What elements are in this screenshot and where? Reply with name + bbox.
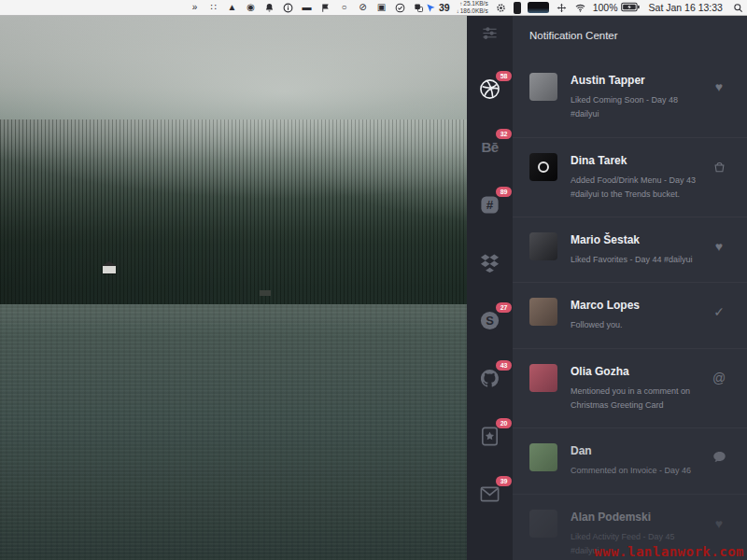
notification-user-name: Olia Gozha [571,365,704,378]
notification-message: Added Food/Drink Menu - Day 43 #dailyui … [571,174,704,203]
bell-icon[interactable] [263,2,275,14]
dots-icon[interactable]: ∷ [207,2,219,14]
heart-icon[interactable]: ♥ [710,239,728,254]
pointer-count-value: 39 [439,2,450,13]
watermark-text: www.lanlanwork.com [594,544,744,559]
sidebar-item-mail[interactable]: 39 [478,483,501,506]
notification-message: Commented on Invoice - Day 46 [571,464,704,478]
notification-user-name: Dina Tarek [571,154,704,167]
lake-shed [260,290,271,296]
notification-badge: 89 [496,187,512,197]
battery-indicator[interactable]: 100% [593,2,640,14]
arrows-icon[interactable]: » [189,2,201,14]
notification-row[interactable]: Dina TarekAdded Food/Drink Menu - Day 43… [513,138,747,218]
upload-arrow-icon: ↑ [459,1,462,7]
notification-body: Mario ŠestakLiked Favorites - Day 44 #da… [571,232,710,267]
sidebar-item-dropbox[interactable] [478,251,501,274]
translate-icon[interactable] [413,2,425,14]
heart-icon[interactable]: ♥ [710,516,728,531]
menu-bar-right: 39 ↑25.1KB/s ↓186.0KB/s 100% [425,0,747,15]
dash-icon[interactable]: ▬ [301,2,313,14]
circle-icon[interactable]: ○ [338,2,350,14]
notification-badge: 43 [496,360,512,371]
notification-body: Dina TarekAdded Food/Drink Menu - Day 43… [571,153,710,203]
dribbble-icon [479,78,500,100]
google-drive-icon[interactable]: ▲ [226,2,238,14]
notification-list: Austin TapperLiked Coming Soon - Day 48 … [513,58,747,560]
notification-message: Followed you. [571,318,704,332]
check-circle-icon[interactable] [394,2,406,14]
flag-icon[interactable] [319,2,331,14]
pointer-count-item[interactable]: 39 [425,2,450,14]
notification-row[interactable]: DanCommented on Invoice - Day 46 [513,428,747,494]
notification-body: Marco LopesFollowed you. [571,298,710,332]
battery-percent-value: 100% [593,2,618,13]
avatar [529,510,557,538]
menu-bar-clock[interactable]: Sat Jan 16 13:33 [649,2,723,13]
chat-icon[interactable] [710,450,728,467]
mail-icon [479,483,500,505]
notification-body: DanCommented on Invoice - Day 46 [571,443,710,478]
net-up-value: 25.1KB/s [463,0,487,7]
cursor-icon [425,2,437,14]
app-sidebar: 58Bē32#89S27432039 [467,16,513,560]
bookmark-icon [479,426,500,447]
menu-bar: »∷▲◉▬○⊘▣ 39 ↑25.1KB/s ↓186.0KB/s [0,0,747,16]
settings-sliders-icon[interactable] [481,25,500,40]
notification-body: Olia GozhaMentioned you in a comment on … [571,364,710,413]
lake-house [103,266,116,273]
creative-cloud-icon[interactable]: ◉ [245,2,257,14]
notification-badge: 20 [496,418,512,428]
spotlight-search-icon[interactable] [732,2,744,14]
block-icon[interactable]: ⊘ [357,2,369,14]
sidebar-item-behance[interactable]: Bē32 [478,135,501,159]
sidebar-item-github[interactable]: 43 [478,367,501,390]
sidebar-item-hash[interactable]: #89 [478,193,501,217]
info-icon[interactable] [282,2,294,14]
network-speed-indicator[interactable]: ↑25.1KB/s ↓186.0KB/s [457,0,488,15]
bucket-icon[interactable] [710,160,728,176]
notification-badge: 58 [496,71,512,81]
move-icon[interactable] [556,2,568,14]
wifi-icon[interactable] [574,2,586,14]
notification-row[interactable]: Olia GozhaMentioned you in a comment on … [513,349,747,429]
display-icon[interactable] [528,2,549,13]
notification-row[interactable]: Austin TapperLiked Coming Soon - Day 48 … [513,58,747,138]
hash-icon: # [479,194,500,216]
avatar [529,153,557,181]
notification-body: Austin TapperLiked Coming Soon - Day 48 … [571,73,710,122]
notification-row[interactable]: Marco LopesFollowed you.✓ [513,283,747,348]
svg-text:S: S [486,314,494,328]
github-icon [479,368,500,389]
notification-badge: 27 [496,302,512,313]
net-down-value: 186.0KB/s [460,7,488,14]
notification-row[interactable]: Mario ŠestakLiked Favorites - Day 44 #da… [513,217,747,283]
notification-user-name: Mario Šestak [571,233,704,246]
phone-icon[interactable] [514,2,521,14]
notification-badge: 32 [496,129,512,139]
behance-icon: Bē [481,139,498,156]
square-icon[interactable]: ▣ [375,2,388,14]
check-icon[interactable]: ✓ [710,304,728,319]
notification-user-name: Alan Podemski [571,511,704,524]
sidebar-item-dribbble[interactable]: 58 [478,77,501,101]
avatar [529,232,557,260]
heart-icon[interactable]: ♥ [710,79,728,94]
avatar [529,298,557,326]
svg-text:#: # [486,198,494,212]
notification-message: Mentioned you in a comment on Christmas … [571,385,704,413]
skype-icon: S [479,310,500,331]
avatar [529,73,557,101]
at-icon[interactable]: @ [710,371,728,385]
notification-user-name: Austin Tapper [571,74,704,87]
notification-center-panel: 58Bē32#89S27432039 Notification Center A… [467,16,747,560]
notification-panel-main: Notification Center Austin TapperLiked C… [513,16,747,560]
download-arrow-icon: ↓ [457,8,459,14]
menu-bar-status-icons: »∷▲◉▬○⊘▣ [189,2,425,14]
gear-icon[interactable] [495,2,507,14]
sidebar-app-list: 58Bē32#89S27432039 [478,77,501,506]
avatar [529,364,557,392]
sidebar-item-bookmark[interactable]: 20 [478,425,501,448]
sidebar-item-skype[interactable]: S27 [478,309,501,332]
dropbox-icon [479,252,500,273]
